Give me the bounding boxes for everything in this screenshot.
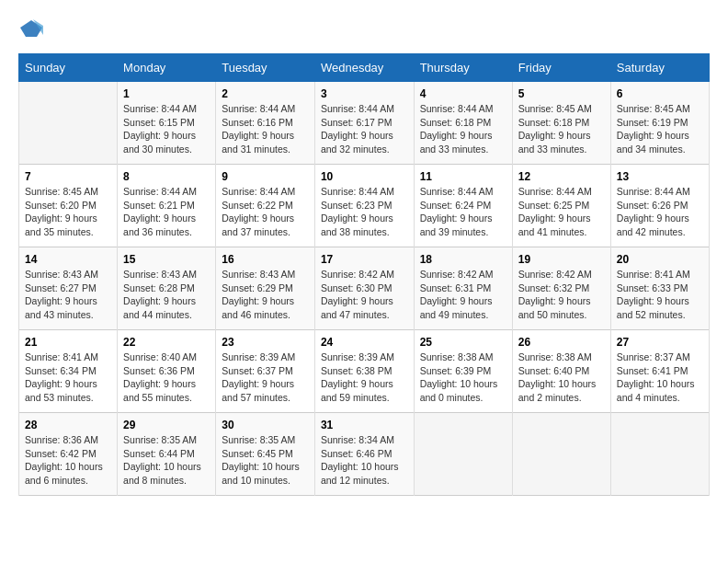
day-info: Sunrise: 8:44 AMSunset: 6:21 PMDaylight:… xyxy=(123,185,210,239)
week-row: 14Sunrise: 8:43 AMSunset: 6:27 PMDayligh… xyxy=(19,247,710,330)
day-number: 17 xyxy=(321,253,408,266)
calendar-header: SundayMondayTuesdayWednesdayThursdayFrid… xyxy=(19,54,710,82)
day-cell: 13Sunrise: 8:44 AMSunset: 6:26 PMDayligh… xyxy=(610,165,709,247)
day-info: Sunrise: 8:44 AMSunset: 6:16 PMDaylight:… xyxy=(222,102,309,156)
day-info: Sunrise: 8:39 AMSunset: 6:38 PMDaylight:… xyxy=(321,350,408,405)
day-number: 9 xyxy=(222,170,309,183)
day-cell: 11Sunrise: 8:44 AMSunset: 6:24 PMDayligh… xyxy=(414,165,512,247)
day-info: Sunrise: 8:44 AMSunset: 6:24 PMDaylight:… xyxy=(420,185,506,239)
day-cell: 1Sunrise: 8:44 AMSunset: 6:15 PMDaylight… xyxy=(118,82,216,165)
day-info: Sunrise: 8:41 AMSunset: 6:34 PMDaylight:… xyxy=(25,350,111,405)
day-number: 30 xyxy=(222,419,309,431)
day-info: Sunrise: 8:44 AMSunset: 6:23 PMDaylight:… xyxy=(321,185,408,239)
day-number: 11 xyxy=(420,170,506,183)
day-info: Sunrise: 8:45 AMSunset: 6:20 PMDaylight:… xyxy=(25,185,111,239)
day-info: Sunrise: 8:45 AMSunset: 6:18 PMDaylight:… xyxy=(518,102,605,156)
day-cell: 22Sunrise: 8:40 AMSunset: 6:36 PMDayligh… xyxy=(118,330,216,413)
day-number: 24 xyxy=(321,336,408,349)
calendar-table: SundayMondayTuesdayWednesdayThursdayFrid… xyxy=(18,53,710,496)
day-info: Sunrise: 8:44 AMSunset: 6:15 PMDaylight:… xyxy=(123,102,210,156)
day-number: 29 xyxy=(123,419,210,431)
day-number: 15 xyxy=(123,253,210,266)
day-number: 12 xyxy=(518,170,605,183)
day-number: 13 xyxy=(617,170,703,183)
day-info: Sunrise: 8:43 AMSunset: 6:27 PMDaylight:… xyxy=(25,268,111,322)
day-number: 5 xyxy=(518,87,605,100)
day-info: Sunrise: 8:38 AMSunset: 6:39 PMDaylight:… xyxy=(420,350,506,405)
day-cell: 4Sunrise: 8:44 AMSunset: 6:18 PMDaylight… xyxy=(414,82,512,165)
day-cell: 2Sunrise: 8:44 AMSunset: 6:16 PMDaylight… xyxy=(216,82,315,165)
day-info: Sunrise: 8:44 AMSunset: 6:22 PMDaylight:… xyxy=(222,185,309,239)
day-cell: 18Sunrise: 8:42 AMSunset: 6:31 PMDayligh… xyxy=(414,247,512,330)
day-number: 8 xyxy=(123,170,210,183)
day-cell: 31Sunrise: 8:34 AMSunset: 6:46 PMDayligh… xyxy=(314,413,414,496)
day-cell: 15Sunrise: 8:43 AMSunset: 6:28 PMDayligh… xyxy=(118,247,216,330)
header-cell-tuesday: Tuesday xyxy=(216,54,315,82)
day-cell: 28Sunrise: 8:36 AMSunset: 6:42 PMDayligh… xyxy=(19,413,118,496)
day-info: Sunrise: 8:44 AMSunset: 6:17 PMDaylight:… xyxy=(321,102,408,156)
day-cell: 23Sunrise: 8:39 AMSunset: 6:37 PMDayligh… xyxy=(216,330,315,413)
day-info: Sunrise: 8:43 AMSunset: 6:29 PMDaylight:… xyxy=(222,268,309,322)
day-cell: 10Sunrise: 8:44 AMSunset: 6:23 PMDayligh… xyxy=(314,165,414,247)
header-cell-friday: Friday xyxy=(512,54,610,82)
day-info: Sunrise: 8:44 AMSunset: 6:25 PMDaylight:… xyxy=(518,185,605,239)
day-cell: 29Sunrise: 8:35 AMSunset: 6:44 PMDayligh… xyxy=(118,413,216,496)
header-cell-saturday: Saturday xyxy=(610,54,709,82)
header-cell-thursday: Thursday xyxy=(414,54,512,82)
day-cell: 21Sunrise: 8:41 AMSunset: 6:34 PMDayligh… xyxy=(19,330,118,413)
day-info: Sunrise: 8:36 AMSunset: 6:42 PMDaylight:… xyxy=(25,433,111,488)
header-row: SundayMondayTuesdayWednesdayThursdayFrid… xyxy=(19,54,710,82)
day-number: 7 xyxy=(25,170,111,183)
day-cell: 27Sunrise: 8:37 AMSunset: 6:41 PMDayligh… xyxy=(610,330,709,413)
day-number: 6 xyxy=(617,87,703,100)
day-number: 31 xyxy=(321,419,408,431)
day-number: 4 xyxy=(420,87,506,100)
day-info: Sunrise: 8:42 AMSunset: 6:32 PMDaylight:… xyxy=(518,268,605,322)
day-info: Sunrise: 8:44 AMSunset: 6:18 PMDaylight:… xyxy=(420,102,506,156)
day-cell: 19Sunrise: 8:42 AMSunset: 6:32 PMDayligh… xyxy=(512,247,610,330)
day-cell: 20Sunrise: 8:41 AMSunset: 6:33 PMDayligh… xyxy=(610,247,709,330)
day-info: Sunrise: 8:42 AMSunset: 6:30 PMDaylight:… xyxy=(321,268,408,322)
day-info: Sunrise: 8:45 AMSunset: 6:19 PMDaylight:… xyxy=(617,102,703,156)
day-number: 25 xyxy=(420,336,506,349)
week-row: 1Sunrise: 8:44 AMSunset: 6:15 PMDaylight… xyxy=(19,82,710,165)
day-cell: 7Sunrise: 8:45 AMSunset: 6:20 PMDaylight… xyxy=(19,165,118,247)
day-number: 3 xyxy=(321,87,408,100)
header-cell-sunday: Sunday xyxy=(19,54,118,82)
day-info: Sunrise: 8:35 AMSunset: 6:45 PMDaylight:… xyxy=(222,433,309,488)
day-number: 27 xyxy=(617,336,703,349)
day-cell: 12Sunrise: 8:44 AMSunset: 6:25 PMDayligh… xyxy=(512,165,610,247)
day-number: 19 xyxy=(518,253,605,266)
day-cell: 30Sunrise: 8:35 AMSunset: 6:45 PMDayligh… xyxy=(216,413,315,496)
day-info: Sunrise: 8:42 AMSunset: 6:31 PMDaylight:… xyxy=(420,268,506,322)
day-info: Sunrise: 8:34 AMSunset: 6:46 PMDaylight:… xyxy=(321,433,408,488)
day-cell: 25Sunrise: 8:38 AMSunset: 6:39 PMDayligh… xyxy=(414,330,512,413)
day-cell xyxy=(512,413,610,496)
day-cell: 26Sunrise: 8:38 AMSunset: 6:40 PMDayligh… xyxy=(512,330,610,413)
day-info: Sunrise: 8:39 AMSunset: 6:37 PMDaylight:… xyxy=(222,350,309,405)
day-info: Sunrise: 8:40 AMSunset: 6:36 PMDaylight:… xyxy=(123,350,210,405)
day-cell xyxy=(414,413,512,496)
day-cell xyxy=(610,413,709,496)
day-number: 16 xyxy=(222,253,309,266)
day-cell: 14Sunrise: 8:43 AMSunset: 6:27 PMDayligh… xyxy=(19,247,118,330)
day-number: 1 xyxy=(123,87,210,100)
logo-icon xyxy=(18,18,44,39)
day-cell: 24Sunrise: 8:39 AMSunset: 6:38 PMDayligh… xyxy=(314,330,414,413)
day-info: Sunrise: 8:41 AMSunset: 6:33 PMDaylight:… xyxy=(617,268,703,322)
week-row: 7Sunrise: 8:45 AMSunset: 6:20 PMDaylight… xyxy=(19,165,710,247)
header-cell-wednesday: Wednesday xyxy=(314,54,414,82)
day-cell: 16Sunrise: 8:43 AMSunset: 6:29 PMDayligh… xyxy=(216,247,315,330)
day-number: 14 xyxy=(25,253,111,266)
day-info: Sunrise: 8:38 AMSunset: 6:40 PMDaylight:… xyxy=(518,350,605,405)
day-number: 22 xyxy=(123,336,210,349)
logo xyxy=(18,18,48,39)
day-cell: 9Sunrise: 8:44 AMSunset: 6:22 PMDaylight… xyxy=(216,165,315,247)
day-cell: 3Sunrise: 8:44 AMSunset: 6:17 PMDaylight… xyxy=(314,82,414,165)
day-cell: 5Sunrise: 8:45 AMSunset: 6:18 PMDaylight… xyxy=(512,82,610,165)
day-cell: 6Sunrise: 8:45 AMSunset: 6:19 PMDaylight… xyxy=(610,82,709,165)
day-info: Sunrise: 8:43 AMSunset: 6:28 PMDaylight:… xyxy=(123,268,210,322)
day-cell: 8Sunrise: 8:44 AMSunset: 6:21 PMDaylight… xyxy=(118,165,216,247)
week-row: 28Sunrise: 8:36 AMSunset: 6:42 PMDayligh… xyxy=(19,413,710,496)
svg-marker-0 xyxy=(20,20,42,37)
